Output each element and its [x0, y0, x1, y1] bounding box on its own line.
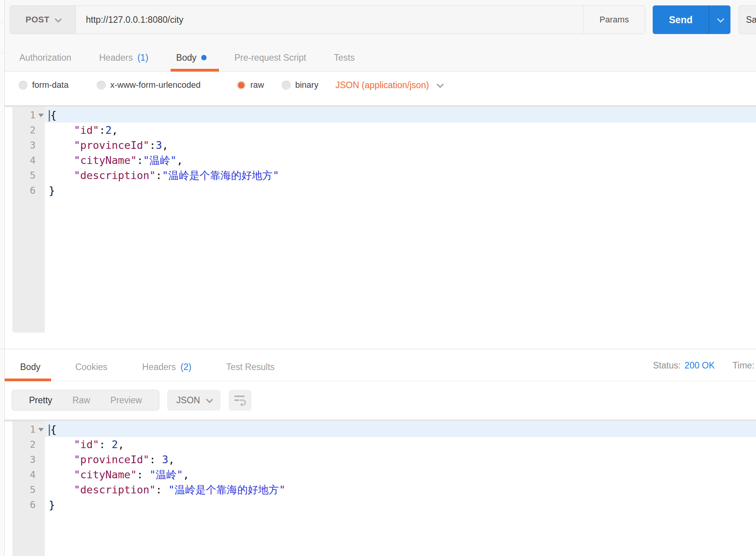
active-tab-underline — [5, 379, 51, 381]
chevron-down-icon — [436, 81, 443, 88]
text-cursor — [49, 425, 50, 436]
response-body-editor[interactable]: 1{2 "id": 2,3 "provinceId": 3,4 "cityNam… — [5, 420, 756, 556]
tab-pre-request-script[interactable]: Pre-request Script — [231, 48, 310, 72]
body-mode-label: binary — [295, 80, 318, 90]
code-line-text: "description":"温岭是个靠海的好地方" — [45, 168, 756, 183]
code-line: 5 "description":"温岭是个靠海的好地方" — [5, 168, 756, 183]
code-line: 2 "id":2, — [5, 123, 756, 138]
tab-count-badge: (2) — [180, 362, 191, 372]
tab-count-badge: (1) — [137, 53, 148, 63]
request-builder-pane: POST http://127.0.0.1:8080/city Params S… — [5, 0, 756, 556]
tab-tests[interactable]: Tests — [330, 48, 359, 72]
tab-headers[interactable]: Headers(1) — [95, 48, 152, 72]
tab-label: Cookies — [75, 362, 107, 372]
status-value: 200 OK — [684, 360, 715, 371]
view-mode-raw[interactable]: Raw — [72, 395, 90, 406]
response-format-select[interactable]: JSON — [167, 390, 221, 411]
view-mode-pretty[interactable]: Pretty — [29, 395, 52, 406]
body-mode-label: raw — [250, 80, 264, 90]
body-mode-raw[interactable]: raw — [237, 80, 264, 90]
line-number: 3 — [12, 452, 45, 467]
response-status: Status: 200 OK — [653, 360, 715, 371]
body-mode-label: x-www-form-urlencoded — [110, 80, 201, 90]
line-number: 4 — [12, 153, 45, 168]
line-number: 5 — [12, 482, 45, 497]
tab-label: Headers — [142, 362, 176, 372]
code-line-text: "provinceId":3, — [45, 138, 756, 153]
response-tab-headers[interactable]: Headers(2) — [138, 353, 196, 381]
url-text: http://127.0.0.1:8080/city — [86, 15, 183, 25]
line-number: 2 — [12, 123, 45, 138]
code-line-text: } — [45, 497, 756, 512]
radio-selected-icon[interactable] — [237, 81, 246, 90]
code-line-text: "cityName": "温岭", — [45, 467, 756, 482]
wrap-text-button[interactable] — [229, 390, 251, 411]
view-mode-preview[interactable]: Preview — [110, 395, 142, 406]
request-tabs: AuthorizationHeaders(1)BodyPre-request S… — [15, 48, 359, 72]
fold-toggle-icon[interactable] — [38, 114, 44, 117]
chevron-down-icon — [206, 396, 213, 403]
line-number: 3 — [12, 138, 45, 153]
code-line: 4 "cityName": "温岭", — [5, 467, 756, 482]
code-line-text: "provinceId": 3, — [45, 452, 756, 467]
response-tabs: BodyCookiesHeaders(2)Test Results — [15, 353, 279, 381]
tab-authorization[interactable]: Authorization — [15, 48, 75, 72]
line-number: 2 — [12, 437, 45, 452]
body-mode-form-data[interactable]: form-data — [19, 80, 68, 90]
body-mode-binary[interactable]: binary — [282, 80, 318, 90]
tab-label: Pre-request Script — [234, 53, 306, 63]
line-number: 1 — [12, 422, 45, 437]
code-line-text: "id": 2, — [45, 437, 756, 452]
radio-icon[interactable] — [19, 81, 27, 90]
tab-label: Authorization — [19, 53, 71, 63]
response-tab-cookies[interactable]: Cookies — [70, 353, 112, 381]
line-number: 5 — [12, 168, 45, 183]
body-mode-label: form-data — [32, 80, 68, 90]
http-method-select[interactable]: POST — [10, 6, 76, 34]
http-method-label: POST — [26, 15, 50, 25]
params-button[interactable]: Params — [583, 6, 645, 34]
body-mode-x-www-form-urlencoded[interactable]: x-www-form-urlencoded — [97, 80, 201, 90]
radio-icon[interactable] — [282, 81, 291, 90]
url-input[interactable]: http://127.0.0.1:8080/city — [76, 6, 583, 34]
request-body-editor[interactable]: 1{2 "id":2,3 "provinceId":3,4 "cityName"… — [5, 105, 756, 333]
tab-label: Test Results — [226, 362, 275, 372]
content-type-select[interactable]: JSON (application/json) — [335, 80, 442, 90]
response-header: BodyCookiesHeaders(2)Test Results Status… — [5, 353, 756, 381]
save-button[interactable]: Sa — [739, 5, 756, 34]
code-line-text: "description": "温岭是个靠海的好地方" — [45, 482, 756, 497]
line-number: 6 — [12, 183, 45, 198]
radio-icon[interactable] — [97, 81, 106, 90]
fold-toggle-icon[interactable] — [38, 428, 44, 431]
code-line: 4 "cityName":"温岭", — [5, 153, 756, 168]
tab-label: Headers — [99, 53, 133, 63]
pane-divider — [0, 349, 756, 349]
code-line: 2 "id": 2, — [5, 437, 756, 452]
chevron-down-icon — [717, 15, 724, 22]
line-number: 4 — [12, 467, 45, 482]
send-label: Send — [653, 5, 709, 34]
code-line: 6} — [5, 497, 756, 512]
code-line-text: { — [45, 107, 756, 123]
code-line-text: } — [45, 183, 756, 198]
code-line-text: { — [45, 422, 756, 437]
response-time: Time: — [732, 360, 754, 371]
code-line-text: "cityName":"温岭", — [45, 153, 756, 168]
tab-body[interactable]: Body — [172, 48, 210, 72]
response-tab-body[interactable]: Body — [15, 353, 45, 381]
response-meta: Status: 200 OK Time: — [653, 353, 754, 379]
tab-label: Tests — [334, 53, 355, 63]
send-options-button[interactable] — [709, 5, 730, 34]
chevron-down-icon — [55, 15, 62, 22]
request-url-bar: POST http://127.0.0.1:8080/city Params — [10, 5, 645, 34]
code-line: 1{ — [5, 107, 756, 123]
code-line: 1{ — [5, 422, 756, 437]
line-number: 6 — [12, 497, 45, 512]
code-line: 3 "provinceId": 3, — [5, 452, 756, 467]
response-tab-test-results[interactable]: Test Results — [222, 353, 279, 381]
tab-label: Body — [176, 53, 196, 63]
wrap-text-icon — [234, 394, 247, 406]
response-view-mode-group: PrettyRawPreview — [12, 390, 159, 411]
send-button[interactable]: Send — [653, 5, 730, 34]
body-mode-row: form-datax-www-form-urlencodedrawbinary … — [5, 72, 756, 105]
